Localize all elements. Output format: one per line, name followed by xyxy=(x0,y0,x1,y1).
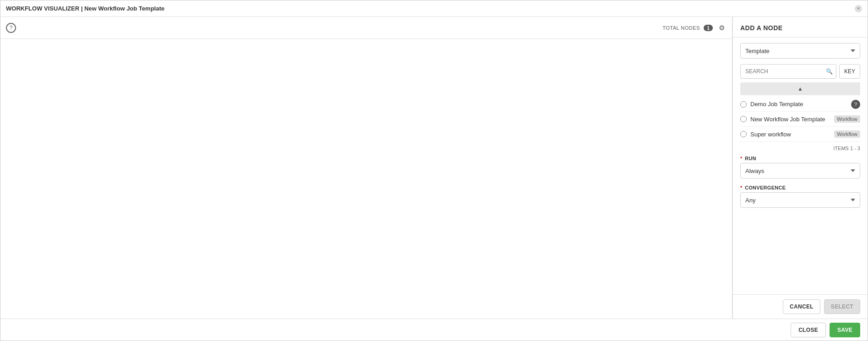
template-item: New Workflow Job Template Workflow xyxy=(740,112,860,127)
template-radio-1[interactable] xyxy=(740,101,747,108)
run-label: * RUN xyxy=(740,156,860,161)
template-name-3: Super workflow xyxy=(750,131,830,138)
canvas-toolbar-left: ? xyxy=(6,23,16,33)
gear-icon[interactable]: ⚙ xyxy=(716,23,727,33)
panel-header: ADD A NODE xyxy=(733,17,868,38)
template-item: Demo Job Template ? xyxy=(740,97,860,112)
canvas-toolbar: ? TOTAL NODES 1 ⚙ xyxy=(0,17,732,39)
items-count: ITEMS 1 - 3 xyxy=(740,146,860,151)
sort-bar[interactable]: ▲ xyxy=(740,82,860,95)
template-item: Super workflow Workflow xyxy=(740,127,860,142)
form-section: * RUN Always On Success On Failure * xyxy=(740,156,860,208)
total-nodes-label: TOTAL NODES xyxy=(662,25,700,31)
title-bar-left: WORKFLOW VISUALIZER | New Workflow Job T… xyxy=(6,5,164,12)
search-input-wrapper: 🔍 xyxy=(740,64,836,79)
template-help-icon-1[interactable]: ? xyxy=(851,100,860,109)
content-area: ? TOTAL NODES 1 ⚙ START ADD A NODE xyxy=(0,17,868,319)
title-bar: WORKFLOW VISUALIZER | New Workflow Job T… xyxy=(0,0,868,17)
key-button[interactable]: KEY xyxy=(839,64,860,79)
panel-body: Template Workflow Template Inventory Sou… xyxy=(733,38,868,294)
node-type-dropdown-row: Template Workflow Template Inventory Sou… xyxy=(740,43,860,59)
close-button[interactable]: CLOSE xyxy=(791,323,826,337)
panel-title: ADD A NODE xyxy=(740,24,860,32)
search-row: 🔍 KEY xyxy=(740,64,860,79)
template-radio-2[interactable] xyxy=(740,116,747,122)
right-panel: ADD A NODE Template Workflow Template In… xyxy=(732,17,868,319)
template-name-1: Demo Job Template xyxy=(750,101,860,108)
sort-arrow-icon: ▲ xyxy=(797,86,803,92)
window-close-button[interactable]: × xyxy=(855,5,862,12)
convergence-label: * CONVERGENCE xyxy=(740,185,860,190)
template-list: Demo Job Template ? New Workflow Job Tem… xyxy=(740,97,860,142)
convergence-select[interactable]: Any All xyxy=(740,192,860,208)
required-star-run: * xyxy=(740,156,743,161)
cancel-button[interactable]: CANCEL xyxy=(783,299,820,314)
main-container: WORKFLOW VISUALIZER | New Workflow Job T… xyxy=(0,0,868,341)
template-radio-3[interactable] xyxy=(740,131,747,137)
template-badge-2: Workflow xyxy=(834,115,860,123)
node-type-select[interactable]: Template Workflow Template Inventory Sou… xyxy=(740,43,860,59)
search-input[interactable] xyxy=(740,64,836,79)
help-icon[interactable]: ? xyxy=(6,23,16,33)
template-name-2: New Workflow Job Template xyxy=(750,116,830,123)
close-icon: × xyxy=(857,6,860,11)
select-button[interactable]: SELECT xyxy=(824,299,860,314)
save-button[interactable]: SAVE xyxy=(830,323,860,337)
canvas-area: ? TOTAL NODES 1 ⚙ START xyxy=(0,17,732,319)
bottom-bar: CLOSE SAVE xyxy=(0,319,868,341)
nodes-count-badge: 1 xyxy=(704,25,713,31)
required-star-convergence: * xyxy=(740,185,743,190)
template-badge-3: Workflow xyxy=(834,130,860,138)
panel-footer: CANCEL SELECT xyxy=(733,294,868,319)
canvas-toolbar-right: TOTAL NODES 1 ⚙ xyxy=(662,23,727,33)
convergence-field: * CONVERGENCE Any All xyxy=(740,185,860,208)
run-select[interactable]: Always On Success On Failure xyxy=(740,163,860,179)
run-field: * RUN Always On Success On Failure xyxy=(740,156,860,179)
page-title: WORKFLOW VISUALIZER | New Workflow Job T… xyxy=(6,5,164,12)
